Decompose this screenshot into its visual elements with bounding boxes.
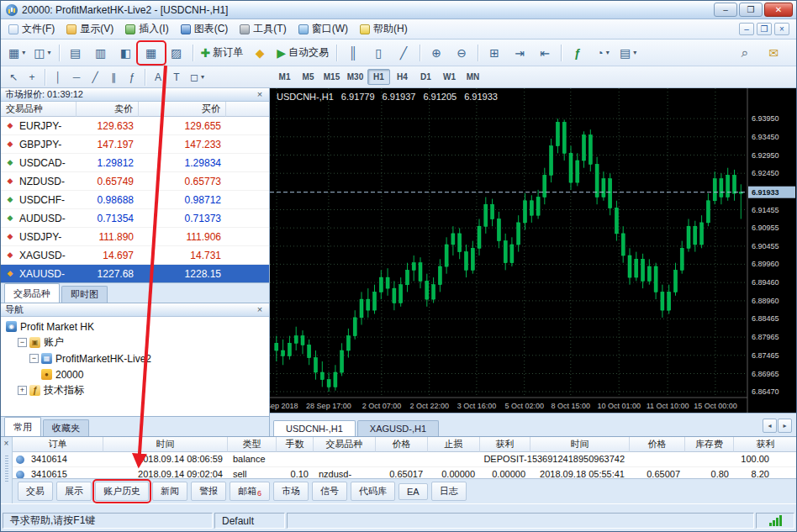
text-button[interactable]: A [149,69,167,86]
navigator-toggle-button[interactable]: ◧ [113,43,139,63]
scroll-tabs-left-icon[interactable]: ◂ [763,419,777,433]
timeframe-w1-button[interactable]: W1 [438,69,461,85]
terminal-column-2[interactable]: 类型 [228,437,277,452]
timeframe-mn-button[interactable]: MN [462,69,484,85]
menu-file[interactable]: 文件(F) [3,21,61,38]
market-watch-toggle-button[interactable]: ▤ [63,43,88,63]
auto-scroll-button[interactable]: ⇥ [507,43,532,63]
chart-tab-xagusdh1[interactable]: XAGUSD-,H1 [357,420,439,436]
cursor-button[interactable]: ↖ [4,69,23,86]
terminal-tab-market[interactable]: 市场 [273,482,309,501]
titlebar[interactable]: 20000: ProfitMarketHK-Live2 - [USDCNH-,H… [1,1,796,19]
timeframe-h4-button[interactable]: H4 [391,69,414,85]
equidistant-channel-button[interactable]: ∥ [104,69,123,86]
terminal-column-9[interactable]: 价格 [630,437,685,452]
tile-windows-button[interactable]: ⊞ [482,43,507,63]
chart-close-button[interactable]: × [774,23,789,35]
metaeditor-button[interactable]: ◆ [247,43,272,63]
terminal-toggle-button[interactable]: ▦ [139,43,164,63]
panel-splitter[interactable] [1,503,796,510]
column-ask[interactable]: 买价 [139,102,226,117]
minimize-button[interactable]: – [714,3,737,17]
community-button[interactable]: ✉ [761,43,786,63]
terminal-tab-exposure[interactable]: 展示 [56,482,92,501]
terminal-column-3[interactable]: 手数 [277,437,314,452]
price-chart[interactable]: 6.939506.934506.929506.924506.914556.909… [270,88,796,413]
zoom-in-button[interactable]: ⊕ [424,43,449,63]
timeframe-m30-button[interactable]: M30 [344,69,367,85]
terminal-tab-account-history[interactable]: 账户历史 [95,482,149,501]
column-bid[interactable]: 卖价 [77,102,139,117]
terminal-column-6[interactable]: 止损 [428,437,480,452]
scroll-tabs-right-icon[interactable]: ▸ [778,419,792,433]
chart-minimize-button[interactable]: – [739,23,754,35]
maximize-button[interactable]: ❐ [739,3,763,17]
terminal-column-1[interactable]: 时间 [103,437,228,452]
close-button[interactable]: ✕ [764,3,793,17]
terminal-tab-mailbox[interactable]: 邮箱6 [230,482,270,501]
terminal-close-icon[interactable]: × [2,439,12,449]
terminal-tab-journal[interactable]: 日志 [431,482,467,501]
data-window-toggle-button[interactable]: ▥ [88,43,113,63]
fibonacci-button[interactable]: ƒ [123,69,141,86]
terminal-tab-signals[interactable]: 信号 [312,482,347,501]
terminal-column-7[interactable]: 获利 [480,437,530,452]
new-order-button[interactable]: ✚新订单 [197,43,248,63]
chart-shift-button[interactable]: ⇤ [532,43,557,63]
menu-charts[interactable]: 图表(C) [175,21,235,38]
zoom-out-button[interactable]: ⊖ [449,43,474,63]
navigator-tab-common[interactable]: 常用 [4,417,41,436]
chart-tab-usdcnhh1[interactable]: USDCNH-,H1 [273,420,356,436]
market-watch-row-xagusd[interactable]: ◆XAGUSD-14.69714.731 [1,246,269,265]
terminal-tab-alerts[interactable]: 警报 [191,482,226,501]
templates-button[interactable]: ▤▾ [615,43,641,63]
terminal-tab-ea[interactable]: EA [398,483,428,500]
terminal-tab-code-base[interactable]: 代码库 [351,482,395,501]
column-symbol[interactable]: 交易品种 [1,102,77,117]
terminal-column-8[interactable]: 时间 [530,437,630,452]
navigator-item[interactable]: −▣账户 [1,334,269,350]
menu-window[interactable]: 窗口(W) [293,21,354,38]
navigator-item[interactable]: ●20000 [1,366,269,382]
market-watch-row-usdcad[interactable]: ◆USDCAD-1.298121.29834 [1,154,269,172]
navigator-titlebar[interactable]: 导航 × [1,303,269,317]
tree-plus-icon[interactable]: + [18,386,27,395]
market-watch-row-gbpjpy[interactable]: ◆GBPJPY-147.197147.233 [1,135,269,154]
navigator-item[interactable]: ◉Profit Market HK [1,319,269,334]
vertical-line-button[interactable]: │ [49,69,67,86]
tree-minus-icon[interactable]: − [18,338,27,347]
timeframe-m15-button[interactable]: M15 [320,69,343,85]
crosshair-button[interactable]: + [23,69,41,86]
horizontal-line-button[interactable]: ─ [67,69,86,86]
terminal-column-5[interactable]: 价格 [376,437,428,452]
close-panel-icon[interactable]: × [255,305,265,314]
new-chart-button[interactable]: ▦▾ [4,43,29,63]
bar-chart-button[interactable]: ║ [340,43,366,63]
navigator-tab-favorites[interactable]: 收藏夹 [43,419,89,436]
terminal-tab-trade[interactable]: 交易 [18,482,53,501]
profiles-button[interactable]: ◫▾ [29,43,55,63]
menu-tools[interactable]: 工具(T) [234,21,292,38]
market-watch-tab-tick-chart[interactable]: 即时图 [61,286,108,303]
candlestick-chart-button[interactable]: ▯ [366,43,391,63]
autotrading-button[interactable]: ▶自动交易 [272,43,333,63]
close-panel-icon[interactable]: × [255,90,265,99]
navigator-item[interactable]: −▦ProfitMarketHK-Live2 [1,350,269,366]
terminal-tab-news[interactable]: 新闻 [152,482,187,501]
timeframe-d1-button[interactable]: D1 [414,69,437,85]
market-watch-row-xauusd[interactable]: ◆XAUUSD-1227.681228.15 [1,265,269,283]
candlestick-chart-canvas[interactable]: 6.939506.934506.929506.924506.914556.909… [270,88,796,413]
terminal-grip[interactable] [5,456,8,482]
strategy-tester-toggle-button[interactable]: ▨ [164,43,189,63]
market-watch-titlebar[interactable]: 市场报价: 01:39:12 × [1,88,269,102]
timeframe-h1-button[interactable]: H1 [367,69,390,85]
market-watch-row-usdchf[interactable]: ◆USDCHF-0.986880.98712 [1,191,269,209]
market-watch-row-audusd[interactable]: ◆AUDUSD-0.713540.71373 [1,209,269,228]
terminal-column-4[interactable]: 交易品种 [314,437,376,452]
menu-help[interactable]: 帮助(H) [354,21,414,38]
terminal-column-0[interactable]: 订单 [13,437,103,452]
text-label-button[interactable]: T [167,69,186,86]
timeframe-m5-button[interactable]: M5 [297,69,319,85]
search-button[interactable]: ⌕ [732,43,757,63]
terminal-row[interactable]: 34106152018.09.14 09:02:04sell0.10nzdusd… [13,467,796,479]
